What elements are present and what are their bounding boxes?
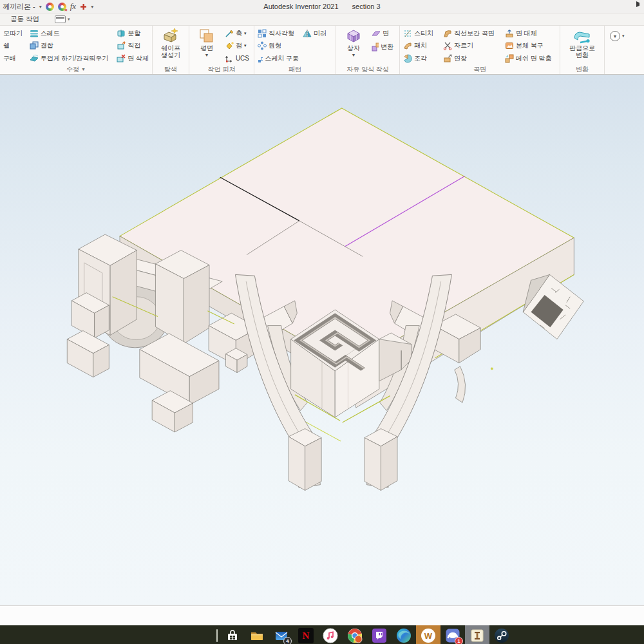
split-button[interactable]: 분할 (116, 27, 149, 39)
taskbar-mail[interactable]: 4 (269, 625, 294, 644)
model-plaque[interactable] (523, 274, 583, 339)
panel-freeform: 상자 ▼ 면 변환 자유 양식 작성 (336, 26, 400, 74)
panel-label-surface: 곡면 (402, 64, 557, 74)
mirror-button[interactable]: 미러 (302, 27, 328, 39)
model-viewport[interactable] (0, 75, 644, 605)
plane-button[interactable]: 평면 ▼ (192, 27, 222, 59)
combine-icon (30, 41, 39, 50)
taskbar-twitch[interactable] (367, 625, 392, 644)
point-button[interactable]: 점 ▾ (224, 40, 250, 52)
panel-modify: 모따기 쉘 구배 스레드 결합 두껍게 하기/간격띄우기 분할 (0, 26, 153, 74)
ribbon-overflow: ▼ ▾ (605, 26, 625, 74)
freeform-face-icon (372, 29, 381, 38)
replace-face-button[interactable]: 면 대체 (504, 27, 557, 39)
ruled-surface-icon (443, 29, 452, 38)
inventor-icon (469, 628, 485, 643)
taskbar-file-explorer[interactable] (245, 625, 269, 644)
file-explorer-icon (249, 628, 265, 643)
trim-button[interactable]: 자르기 (442, 40, 502, 52)
fit-mesh-face-button[interactable]: 메쉬 면 맞춤 (504, 52, 557, 64)
ucs-button[interactable]: UCS (224, 52, 250, 64)
freeform-convert-button[interactable]: 변환 (371, 41, 394, 53)
extend-icon (443, 54, 452, 63)
combine-button[interactable]: 결합 (29, 40, 113, 52)
taskbar-empty-left (0, 625, 220, 644)
steam-icon (494, 628, 509, 643)
mail-badge: 4 (283, 637, 292, 644)
chamfer-button[interactable]: 모따기 (3, 27, 26, 39)
taskbar-inventor[interactable] (465, 625, 489, 644)
rectangular-pattern-button[interactable]: 직사각형 (257, 27, 299, 39)
taskbar-netflix[interactable]: N (294, 625, 318, 644)
fit-mesh-face-icon (505, 54, 514, 63)
3d-model-canvas[interactable] (0, 75, 644, 605)
ribbon-display-toggle[interactable]: ▾ (55, 15, 70, 23)
taskbar-discord[interactable]: 1 (440, 625, 465, 644)
sketch-driven-pattern-button[interactable]: 스케치 구동 (257, 52, 299, 64)
taskbar-w-app[interactable]: W (416, 625, 440, 644)
delete-face-button[interactable]: 면 삭제 (116, 52, 149, 64)
chrome-icon (347, 628, 363, 643)
freeform-box-button[interactable]: 상자 ▼ (339, 27, 368, 59)
stitch-button[interactable]: 스티치 (402, 27, 440, 39)
shell-button[interactable]: 쉘 (3, 40, 26, 52)
freeform-box-icon (345, 28, 362, 44)
patch-icon (403, 41, 412, 50)
taskbar-chrome[interactable] (343, 625, 367, 644)
window-title: Autodesk Inventor 2021 section 3 (0, 3, 644, 10)
axis-button[interactable]: 축 ▾ (224, 27, 250, 39)
circular-pattern-button[interactable]: 원형 (257, 40, 299, 52)
panel-pattern: 직사각형 원형 스케치 구동 미러 패턴 (254, 26, 336, 74)
rectangular-pattern-icon (258, 29, 267, 38)
thread-button[interactable]: 스레드 (29, 27, 113, 39)
ribbon-display-icon (55, 15, 66, 23)
direct-edit-button[interactable]: 직접 (116, 40, 149, 52)
sculpt-button[interactable]: 조각 (402, 52, 440, 64)
taskbar-edge[interactable] (392, 625, 416, 644)
sheet-metal-icon (573, 28, 592, 44)
taskbar-itunes[interactable] (318, 625, 343, 644)
stitch-icon (403, 29, 412, 38)
discord-badge: 1 (455, 637, 463, 644)
thicken-icon (30, 54, 39, 63)
w-app-icon: W (421, 629, 435, 643)
netflix-icon: N (298, 628, 314, 643)
freeform-face-button[interactable]: 면 (371, 27, 394, 39)
twitch-icon (372, 628, 387, 643)
ucs-icon (225, 54, 234, 63)
patch-button[interactable]: 패치 (402, 40, 440, 52)
point-icon (225, 41, 234, 50)
microsoft-store-icon (225, 628, 240, 643)
panel-label-freeform: 자유 양식 작성 (339, 64, 397, 74)
repair-bodies-icon (505, 41, 514, 50)
draft-button[interactable]: 구배 (3, 52, 26, 64)
panel-options-icon[interactable]: ▼ (610, 31, 620, 41)
convert-to-sheet-metal-button[interactable]: 판금으로 변환 (564, 27, 600, 59)
panel-explore: 쉐이프 생성기 탐색 (153, 26, 189, 74)
panel-label-convert: 변환 (563, 64, 601, 74)
thicken-offset-button[interactable]: 두껍게 하기/간격띄우기 (29, 52, 113, 64)
repair-bodies-button[interactable]: 본체 복구 (504, 40, 557, 52)
ruled-surface-button[interactable]: 직선보간 곡면 (442, 27, 502, 39)
tab-collaborate[interactable]: 공동 작업 (0, 15, 46, 24)
ribbon: 모따기 쉘 구배 스레드 결합 두껍게 하기/간격띄우기 분할 (0, 26, 644, 75)
mirror-icon (303, 29, 312, 38)
stray-vertex-dot (491, 367, 493, 370)
panel-work-features: 평면 ▼ 축 ▾ 점 ▾ UCS 작업 피쳐 (189, 26, 254, 74)
circular-pattern-icon (258, 41, 267, 50)
panel-label-pattern: 패턴 (257, 64, 333, 74)
app-title: Autodesk Inventor 2021 (263, 3, 338, 10)
extend-button[interactable]: 연장 (442, 52, 502, 64)
shape-generator-button[interactable]: 쉐이프 생성기 (156, 27, 185, 59)
panel-convert: 판금으로 변환 변환 (560, 26, 605, 74)
panel-label-modify[interactable]: 수정 ▼ (3, 64, 149, 74)
shape-generator-icon (162, 28, 179, 44)
taskbar-microsoft-store[interactable] (220, 625, 245, 644)
panel-label-work-features: 작업 피쳐 (192, 64, 251, 74)
plane-icon (198, 28, 215, 44)
document-tab-title: section 3 (352, 3, 381, 10)
taskbar-steam[interactable] (489, 625, 514, 644)
freeform-convert-icon (372, 43, 379, 52)
split-icon (117, 29, 126, 38)
edge-icon (396, 628, 412, 643)
